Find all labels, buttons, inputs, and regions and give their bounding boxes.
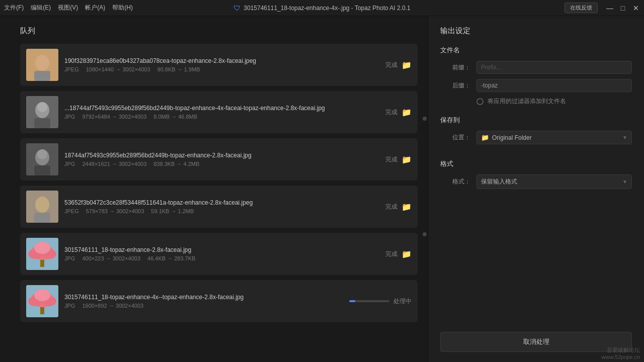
format-select[interactable]: 保留输入格式 ▼ bbox=[476, 174, 632, 189]
queue-item-thumb-2 bbox=[26, 96, 58, 128]
filename-section-label: 文件名 bbox=[440, 46, 632, 55]
item-meta: JPG 2448×1621 → 3002×4003838.3KB → 4.2MB bbox=[64, 161, 379, 167]
maximize-button[interactable]: □ bbox=[619, 4, 627, 12]
suffix-row: 后缀： bbox=[440, 79, 632, 92]
titlebar: 文件(F)编辑(E)视图(V)帐户(A)帮助(H) 🛡 3015746111_1… bbox=[0, 0, 644, 16]
svg-point-15 bbox=[37, 197, 47, 207]
location-select-text: 📁 Original Folder bbox=[481, 134, 532, 141]
close-button[interactable]: ✕ bbox=[632, 4, 640, 12]
prefix-input[interactable] bbox=[476, 61, 632, 74]
svg-point-7 bbox=[37, 102, 47, 112]
queue-item-status-6: 处理中 bbox=[349, 297, 412, 306]
window-title: 3015746111_18-topaz-enhance-4x-.jpg - To… bbox=[244, 5, 410, 12]
format-label: 格式： bbox=[440, 177, 470, 186]
menu-item[interactable]: 帐户(A) bbox=[85, 4, 105, 12]
suffix-input[interactable] bbox=[476, 79, 632, 92]
queue-item-info-6: 3015746111_18-topaz-enhance-4x--topaz-en… bbox=[64, 294, 343, 309]
item-filename: 18744af75493c9955eb289f56bd2449b-topaz-e… bbox=[64, 152, 379, 159]
open-folder-icon[interactable]: 📁 bbox=[401, 249, 412, 259]
folder-icon: 📁 bbox=[481, 134, 489, 141]
queue-item-thumb-3 bbox=[26, 143, 58, 175]
item-dims: 579×783 → 3002×4003 bbox=[86, 208, 144, 214]
item-size: 90.8KB → 1.9MB bbox=[157, 66, 200, 72]
open-folder-icon[interactable]: 📁 bbox=[401, 155, 412, 164]
queue-panel: 队列 190f3283971eca86e0b4327aba078cea-topa… bbox=[0, 16, 428, 362]
output-settings-panel: 输出设定 文件名 前缀： 后缀： 将应用的过滤器添加到文件名 保存到 位置： bbox=[428, 16, 644, 362]
queue-item-status-1: 完成📁 bbox=[385, 60, 412, 70]
item-meta: JPG 9792×6484 → 3002×40038.0MB → 46.8MB bbox=[64, 114, 379, 120]
svg-point-27 bbox=[34, 289, 50, 301]
item-size: 59.1KB → 1.2MB bbox=[151, 208, 194, 214]
item-meta: JPEG 1080×1440 → 3002×400390.8KB → 1.9MB bbox=[64, 66, 379, 72]
queue-list: 190f3283971eca86e0b4327aba078cea-topaz-e… bbox=[20, 44, 418, 322]
format-row: 格式： 保留输入格式 ▼ bbox=[440, 174, 632, 189]
main-content: 队列 190f3283971eca86e0b4327aba078cea-topa… bbox=[0, 16, 644, 362]
queue-item: 3015746111_18-topaz-enhance-4x--topaz-en… bbox=[20, 280, 418, 322]
item-filename: 3015746111_18-topaz-enhance-4x--topaz-en… bbox=[64, 294, 343, 301]
menu-item[interactable]: 帮助(H) bbox=[112, 4, 133, 12]
item-format: JPEG bbox=[64, 208, 79, 214]
svg-rect-6 bbox=[34, 118, 50, 128]
status-complete-label: 完成 bbox=[385, 155, 397, 164]
queue-item-thumb-1 bbox=[26, 49, 58, 81]
titlebar-left: 文件(F)编辑(E)视图(V)帐户(A)帮助(H) bbox=[4, 4, 133, 12]
save-section: 保存到 位置： 📁 Original Folder ▼ bbox=[440, 116, 632, 149]
item-size: 838.3KB → 4.2MB bbox=[153, 161, 199, 167]
prefix-row: 前缀： bbox=[440, 61, 632, 74]
svg-rect-14 bbox=[34, 213, 50, 223]
item-filename: 53652f3b0472c3ce28f53448f511641a-topaz-e… bbox=[64, 199, 379, 206]
format-section: 格式 格式： 保留输入格式 ▼ bbox=[440, 159, 632, 194]
item-filename: ...18744af75493c9955eb289f56bd2449b-topa… bbox=[64, 105, 379, 112]
open-folder-icon[interactable]: 📁 bbox=[401, 60, 412, 70]
filter-checkbox-row[interactable]: 将应用的过滤器添加到文件名 bbox=[476, 97, 632, 106]
prefix-label: 前缀： bbox=[440, 63, 470, 72]
queue-item-info-3: 18744af75493c9955eb289f56bd2449b-topaz-e… bbox=[64, 152, 379, 167]
format-value: 保留输入格式 bbox=[481, 177, 517, 186]
menu-item[interactable]: 文件(F) bbox=[4, 4, 24, 12]
filter-checkbox-label: 将应用的过滤器添加到文件名 bbox=[488, 97, 566, 106]
svg-point-11 bbox=[37, 149, 47, 159]
queue-item-status-2: 完成📁 bbox=[385, 108, 412, 117]
queue-item-status-5: 完成📁 bbox=[385, 249, 412, 259]
titlebar-title: 🛡 3015746111_18-topaz-enhance-4x-.jpg - … bbox=[233, 4, 410, 12]
queue-item-thumb-6 bbox=[26, 285, 58, 317]
status-complete-label: 完成 bbox=[385, 203, 397, 211]
format-section-label: 格式 bbox=[440, 159, 632, 168]
watermark-line1: 吾爱破解论坛 bbox=[602, 346, 640, 354]
queue-item-info-2: ...18744af75493c9955eb289f56bd2449b-topa… bbox=[64, 105, 379, 120]
output-settings-title: 输出设定 bbox=[440, 26, 632, 36]
minimize-button[interactable]: — bbox=[606, 4, 614, 12]
suffix-label: 后缀： bbox=[440, 81, 470, 90]
svg-rect-2 bbox=[34, 71, 50, 81]
save-section-label: 保存到 bbox=[440, 116, 632, 125]
queue-title: 队列 bbox=[20, 26, 418, 36]
queue-item: 53652f3b0472c3ce28f53448f511641a-topaz-e… bbox=[20, 186, 418, 228]
status-complete-label: 完成 bbox=[385, 61, 397, 69]
menu-bar: 文件(F)编辑(E)视图(V)帐户(A)帮助(H) bbox=[4, 4, 133, 12]
svg-rect-10 bbox=[34, 165, 50, 175]
menu-item[interactable]: 视图(V) bbox=[58, 4, 78, 12]
watermark: 吾爱破解论坛 www.52pojie.cn bbox=[602, 346, 640, 360]
app-shield-icon: 🛡 bbox=[233, 4, 240, 12]
item-dims: 2448×1621 → 3002×4003 bbox=[82, 161, 146, 167]
menu-item[interactable]: 编辑(E) bbox=[31, 4, 51, 12]
item-format: JPG bbox=[64, 114, 75, 120]
progress-bar-fill bbox=[349, 300, 355, 302]
location-select[interactable]: 📁 Original Folder ▼ bbox=[476, 131, 632, 144]
item-format: JPG bbox=[64, 303, 75, 309]
location-row: 位置： 📁 Original Folder ▼ bbox=[440, 131, 632, 144]
feedback-button[interactable]: 在线反馈 bbox=[565, 3, 598, 13]
queue-item-thumb-5 bbox=[26, 238, 58, 270]
filename-section: 文件名 前缀： 后缀： 将应用的过滤器添加到文件名 bbox=[440, 46, 632, 106]
item-meta: JPG 400×223 → 3002×400346.4KB → 283.7KB bbox=[64, 255, 379, 261]
status-complete-label: 完成 bbox=[385, 250, 397, 258]
open-folder-icon[interactable]: 📁 bbox=[401, 202, 412, 212]
item-meta: JPEG 579×783 → 3002×400359.1KB → 1.2MB bbox=[64, 208, 379, 214]
queue-item-status-4: 完成📁 bbox=[385, 202, 412, 212]
queue-item-status-3: 完成📁 bbox=[385, 155, 412, 164]
open-folder-icon[interactable]: 📁 bbox=[401, 108, 412, 117]
item-dims: 1080×1440 → 3002×4003 bbox=[86, 66, 150, 72]
scroll-indicator-2 bbox=[423, 232, 427, 236]
filter-checkbox[interactable] bbox=[476, 98, 484, 105]
item-dims: 1600×892 → 3002×4003 bbox=[82, 303, 143, 309]
